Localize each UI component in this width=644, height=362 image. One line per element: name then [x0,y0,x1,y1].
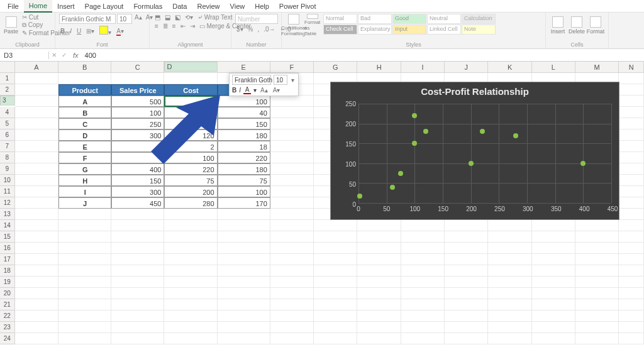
cell-L15[interactable] [532,231,575,243]
cell-B5[interactable]: C [58,118,111,129]
cell-A8[interactable] [15,152,58,163]
select-all-corner[interactable] [0,62,15,72]
cell-J17[interactable] [445,254,488,265]
cell-M18[interactable] [575,265,619,277]
enter-icon[interactable]: ✓ [59,52,69,58]
cell-M22[interactable] [575,310,619,322]
style-neutral[interactable]: Neutral [427,14,461,24]
cell-D17[interactable] [164,254,217,265]
cell-D23[interactable] [164,322,217,333]
borders-button[interactable]: ⊞▾ [85,28,96,35]
cell-D21[interactable] [164,299,217,310]
cell-A4[interactable] [15,107,58,118]
col-header-J[interactable]: J [445,62,488,72]
row-header-24[interactable]: 24 [0,333,15,344]
cell-E18[interactable] [218,265,270,277]
cell-D1[interactable] [164,73,217,84]
cell-N22[interactable] [619,310,644,322]
cell-N7[interactable] [619,141,644,152]
cell-J22[interactable] [445,310,488,322]
cell-A7[interactable] [15,141,58,152]
cell-N5[interactable] [619,118,644,129]
cell-G17[interactable] [314,254,357,265]
format-cells-button[interactable]: Format [587,14,604,36]
cell-F21[interactable] [270,299,314,310]
cell-G23[interactable] [314,322,357,333]
cell-F15[interactable] [270,231,314,243]
tab-file[interactable]: File [3,1,24,12]
cell-N3[interactable] [619,96,644,107]
cell-C17[interactable] [111,254,164,265]
data-point[interactable] [580,161,586,166]
col-header-L[interactable]: L [532,62,575,72]
cell-M17[interactable] [575,254,619,265]
row-header-23[interactable]: 23 [0,322,15,333]
style-normal[interactable]: Normal [323,14,357,24]
cell-H18[interactable] [357,265,401,277]
cell-N15[interactable] [619,231,644,243]
cell-L20[interactable] [532,288,575,299]
col-header-E[interactable]: E [218,62,270,72]
col-header-K[interactable]: K [488,62,531,72]
row-header-8[interactable]: 8 [0,152,15,163]
cell-D22[interactable] [164,310,217,322]
format-as-table-button[interactable]: Format asTable [304,14,321,36]
col-header-H[interactable]: H [357,62,401,72]
currency-button[interactable]: $▾ [235,26,245,33]
cell-B13[interactable] [58,209,111,220]
style-check-cell[interactable]: Check Cell [323,25,357,35]
cell-B2[interactable]: Product [58,84,111,96]
cell-D13[interactable] [164,209,217,220]
cell-N13[interactable] [619,209,644,220]
cell-B21[interactable] [58,299,111,310]
row-header-9[interactable]: 9 [0,163,15,175]
underline-button[interactable]: U [75,28,82,35]
cell-M19[interactable] [575,277,619,288]
tab-formulas[interactable]: Formulas [128,1,167,12]
style-explanatory[interactable]: Explanatory [358,25,392,35]
align-right[interactable]: ≡ [171,23,177,30]
mini-inc-font[interactable]: ▾ [290,77,296,84]
cell-I20[interactable] [401,288,445,299]
cell-F11[interactable] [270,186,314,197]
col-header-F[interactable]: F [270,62,314,72]
cell-E10[interactable]: 75 [218,175,270,186]
col-header-C[interactable]: C [111,62,164,72]
cell-C12[interactable]: 450 [111,197,164,209]
cell-E14[interactable] [218,220,270,231]
wrap-text-button[interactable]: ⤶ Wrap Text [196,14,233,21]
cell-I16[interactable] [401,243,445,254]
row-header-22[interactable]: 22 [0,310,15,322]
cell-A2[interactable] [15,84,58,96]
scatter-chart[interactable]: Cost-Profit Relationship 050100150200250… [330,82,619,220]
cell-H24[interactable] [357,333,401,344]
cell-A3[interactable] [15,96,58,107]
cell-N10[interactable] [619,175,644,186]
cell-A12[interactable] [15,197,58,209]
fill-color-button[interactable]: ▾ [98,26,113,36]
indent-dec[interactable]: ⇤ [179,23,187,30]
cell-B14[interactable] [58,220,111,231]
cell-C23[interactable] [111,322,164,333]
mini-grow-font[interactable]: A▴ [259,87,269,94]
cell-I15[interactable] [401,231,445,243]
cell-G24[interactable] [314,333,357,344]
cell-K21[interactable] [488,299,531,310]
cell-C15[interactable] [111,231,164,243]
cell-B19[interactable] [58,277,111,288]
data-point[interactable] [513,133,518,138]
cell-B8[interactable]: F [58,152,111,163]
cell-N20[interactable] [619,288,644,299]
cell-J20[interactable] [445,288,488,299]
cell-M21[interactable] [575,299,619,310]
cell-G14[interactable] [314,220,357,231]
cell-B6[interactable]: D [58,129,111,141]
conditional-formatting-button[interactable]: ConditionalFormatting [286,14,302,36]
cell-N6[interactable] [619,129,644,141]
increase-font-button[interactable]: A▴ [133,14,143,24]
cell-N17[interactable] [619,254,644,265]
cell-I23[interactable] [401,322,445,333]
style-good[interactable]: Good [392,14,426,24]
row-header-3[interactable]: 3 [0,96,15,106]
cell-C22[interactable] [111,310,164,322]
